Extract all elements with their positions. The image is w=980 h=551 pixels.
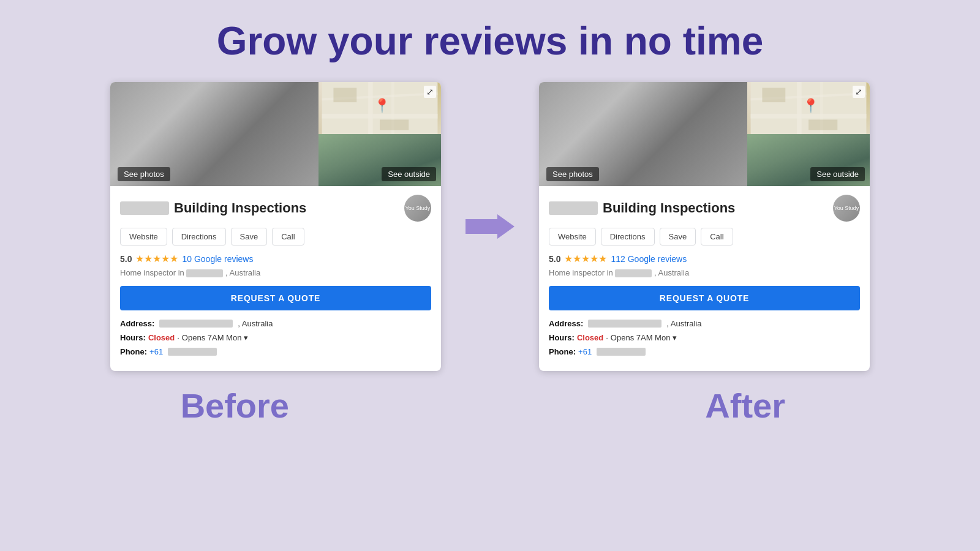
- after-card: See photos 📍 ⤢: [539, 82, 870, 371]
- address-row-after: Address: , Australia: [549, 319, 860, 328]
- photo-right-column: 📍 ⤢ See outside: [318, 82, 441, 186]
- call-button-after[interactable]: Call: [701, 228, 733, 246]
- before-label: Before: [181, 386, 289, 425]
- photos-section-after: See photos 📍 ⤢: [539, 82, 870, 186]
- location-blurred: [186, 269, 223, 277]
- card-header: Building Inspections You Study: [120, 195, 431, 222]
- logo-text: You Study: [405, 205, 431, 212]
- phone-row-after: Phone: +61: [549, 347, 860, 356]
- cards-row: See photos 📍 ⤢: [0, 82, 980, 371]
- opens-text-after: Opens 7AM Mon: [611, 333, 671, 342]
- save-button[interactable]: Save: [231, 228, 268, 246]
- address-row: Address: , Australia: [120, 319, 431, 328]
- address-label-after: Address:: [549, 319, 583, 328]
- rating-value-after: 5.0: [549, 254, 560, 264]
- see-photos-button[interactable]: See photos: [118, 167, 170, 181]
- website-button[interactable]: Website: [120, 228, 167, 246]
- address-blurred-after: [588, 320, 662, 328]
- opens-text: Opens 7AM Mon: [182, 333, 242, 342]
- website-button-after[interactable]: Website: [549, 228, 596, 246]
- phone-prefix-after: +61: [578, 347, 592, 356]
- reviews-row: 5.0 ★★★★★ 10 Google reviews: [120, 253, 431, 264]
- map-expand-icon-after[interactable]: ⤢: [853, 86, 865, 98]
- see-photos-button-after[interactable]: See photos: [546, 167, 599, 181]
- svg-rect-1: [322, 114, 438, 119]
- closed-status-after: Closed: [577, 333, 603, 342]
- stars-after: ★★★★★: [564, 253, 607, 264]
- business-name-blurred-after: [549, 201, 598, 215]
- phone-blurred: [168, 348, 217, 356]
- svg-rect-10: [797, 82, 802, 134]
- small-photo-after: See outside: [747, 134, 870, 186]
- directions-button[interactable]: Directions: [172, 228, 226, 246]
- map-thumbnail-after: 📍 ⤢: [747, 82, 870, 134]
- business-name: Building Inspections: [174, 200, 306, 216]
- arrow-icon: [466, 208, 514, 245]
- closed-status: Closed: [148, 333, 175, 342]
- category-text: Home inspector in , Australia: [120, 268, 431, 277]
- reviews-link-after[interactable]: 112 Google reviews: [611, 254, 687, 264]
- map-pin: 📍: [374, 98, 390, 114]
- address-suffix-after: , Australia: [666, 319, 701, 328]
- svg-rect-5: [333, 88, 356, 102]
- address-label: Address:: [120, 319, 154, 328]
- phone-label-after: Phone:: [549, 347, 576, 356]
- svg-rect-2: [368, 82, 373, 134]
- action-buttons-after: Website Directions Save Call: [549, 228, 860, 246]
- business-name-blurred: [120, 201, 169, 215]
- reviews-row-after: 5.0 ★★★★★ 112 Google reviews: [549, 253, 860, 264]
- photo-right-column-after: 📍 ⤢ See outside: [747, 82, 870, 186]
- address-suffix: , Australia: [238, 319, 273, 328]
- svg-marker-7: [466, 214, 514, 239]
- map-expand-icon[interactable]: ⤢: [424, 86, 436, 98]
- after-label: After: [705, 386, 785, 425]
- stars: ★★★★★: [135, 253, 178, 264]
- hours-label: Hours:: [120, 333, 146, 342]
- map-pin-after: 📍: [802, 98, 819, 114]
- card-header-after: Building Inspections You Study: [549, 195, 860, 222]
- rating-value: 5.0: [120, 254, 132, 264]
- quote-button[interactable]: REQUEST A QUOTE: [120, 286, 431, 310]
- card-body-after: Building Inspections You Study Website D…: [539, 186, 870, 371]
- see-outside-button-after[interactable]: See outside: [810, 167, 865, 181]
- svg-rect-14: [809, 119, 837, 130]
- main-photo: See photos: [110, 82, 318, 186]
- arrow-container: [466, 208, 514, 245]
- page-title: Grow your reviews in no time: [217, 18, 764, 64]
- hours-row: Hours: Closed · Opens 7AM Mon ▾: [120, 333, 431, 342]
- logo-text-after: You Study: [834, 205, 859, 212]
- card-body: Building Inspections You Study Website D…: [110, 186, 441, 371]
- see-outside-button[interactable]: See outside: [382, 167, 436, 181]
- address-blurred: [159, 320, 233, 328]
- title-row-after: Building Inspections: [549, 200, 735, 216]
- reviews-link[interactable]: 10 Google reviews: [182, 254, 253, 264]
- category-text-after: Home inspector in , Australia: [549, 268, 860, 277]
- photos-section: See photos 📍 ⤢: [110, 82, 441, 186]
- directions-button-after[interactable]: Directions: [601, 228, 655, 246]
- before-card: See photos 📍 ⤢: [110, 82, 441, 371]
- location-blurred-after: [615, 269, 652, 277]
- map-thumbnail: 📍 ⤢: [318, 82, 441, 134]
- quote-button-after[interactable]: REQUEST A QUOTE: [549, 286, 860, 310]
- business-logo: You Study: [404, 195, 431, 222]
- svg-rect-9: [751, 114, 867, 119]
- action-buttons: Website Directions Save Call: [120, 228, 431, 246]
- small-photo: See outside: [318, 134, 441, 186]
- svg-rect-6: [380, 119, 409, 130]
- business-logo-after: You Study: [833, 195, 860, 222]
- main-photo-after: See photos: [539, 82, 747, 186]
- phone-blurred-after: [597, 348, 646, 356]
- business-name-after: Building Inspections: [603, 200, 735, 216]
- title-row: Building Inspections: [120, 200, 306, 216]
- phone-prefix: +61: [149, 347, 163, 356]
- svg-rect-13: [762, 88, 785, 102]
- save-button-after[interactable]: Save: [660, 228, 696, 246]
- hours-label-after: Hours:: [549, 333, 575, 342]
- phone-label: Phone:: [120, 347, 147, 356]
- hours-row-after: Hours: Closed · Opens 7AM Mon ▾: [549, 333, 860, 342]
- labels-row: Before After: [0, 386, 980, 425]
- phone-row: Phone: +61: [120, 347, 431, 356]
- call-button[interactable]: Call: [272, 228, 304, 246]
